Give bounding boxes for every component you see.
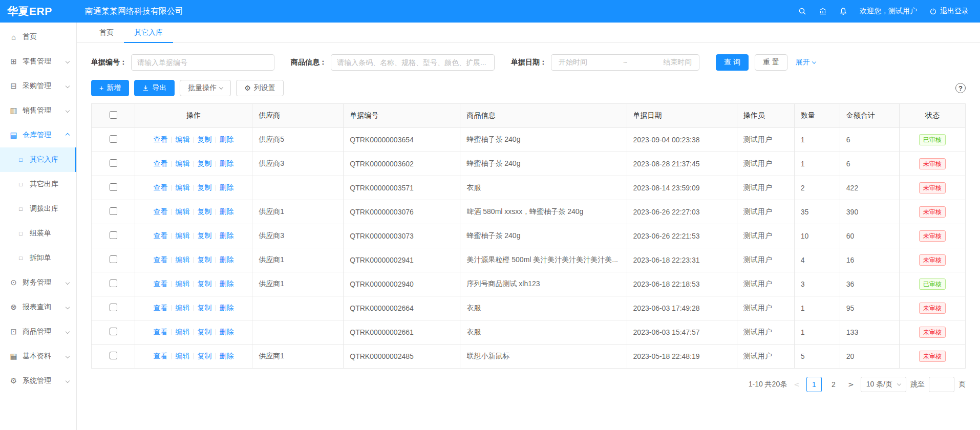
edit-link[interactable]: 编辑 — [176, 328, 190, 336]
edit-link[interactable]: 编辑 — [176, 159, 190, 167]
sidebar-subitem[interactable]: □组装单 — [0, 221, 76, 246]
copy-link[interactable]: 复制 — [198, 231, 212, 240]
row-checkbox[interactable] — [110, 280, 117, 287]
sidebar-item-system[interactable]: ⚙系统管理 — [0, 369, 76, 393]
page-size-select[interactable]: 10 条/页 — [861, 377, 906, 392]
supplier-cell — [252, 320, 344, 345]
view-link[interactable]: 查看 — [154, 207, 168, 216]
edit-link[interactable]: 编辑 — [176, 304, 190, 312]
sidebar-item-label: 首页 — [23, 32, 37, 41]
sidebar-subitem[interactable]: □拆卸单 — [0, 246, 76, 270]
export-button[interactable]: 导出 — [134, 80, 175, 96]
delete-link[interactable]: 删除 — [220, 231, 234, 240]
sidebar-item-retail[interactable]: ⊞零售管理 — [0, 49, 76, 74]
sidebar-item-finance[interactable]: ⊙财务管理 — [0, 270, 76, 295]
delete-link[interactable]: 删除 — [220, 352, 234, 360]
edit-link[interactable]: 编辑 — [176, 280, 190, 288]
page-button-1[interactable]: 1 — [806, 377, 822, 392]
reset-button[interactable]: 重 置 — [755, 54, 787, 71]
delete-link[interactable]: 删除 — [220, 304, 234, 312]
logout-button[interactable]: 退出登录 — [929, 7, 969, 16]
bell-icon[interactable] — [839, 7, 847, 15]
gear-icon: ⚙ — [244, 84, 251, 92]
delete-link[interactable]: 删除 — [220, 183, 234, 191]
copy-link[interactable]: 复制 — [198, 328, 212, 336]
view-link[interactable]: 查看 — [154, 328, 168, 336]
sidebar-item-basic[interactable]: ▦基本资料 — [0, 344, 76, 369]
edit-link[interactable]: 编辑 — [176, 207, 190, 216]
view-link[interactable]: 查看 — [154, 135, 168, 143]
tab-home[interactable]: 首页 — [89, 23, 124, 42]
delete-link[interactable]: 删除 — [220, 280, 234, 288]
table-row: 查看编辑复制删除供应商3QTRK00000003602蜂蜜柚子茶 240g202… — [92, 152, 966, 176]
amount-cell: 6 — [840, 128, 899, 152]
search-button[interactable]: 查 询 — [716, 54, 749, 71]
jump-page-input[interactable] — [929, 377, 954, 392]
next-page-button[interactable]: > — [845, 380, 857, 389]
row-checkbox[interactable] — [110, 135, 117, 143]
chevron-up-icon — [66, 133, 70, 137]
expand-link[interactable]: 展开 — [796, 58, 816, 67]
search-icon[interactable] — [798, 7, 806, 15]
view-link[interactable]: 查看 — [154, 280, 168, 288]
actions-cell: 查看编辑复制删除 — [135, 176, 252, 200]
copy-link[interactable]: 复制 — [198, 207, 212, 216]
copy-link[interactable]: 复制 — [198, 352, 212, 360]
copy-link[interactable]: 复制 — [198, 183, 212, 191]
row-checkbox[interactable] — [110, 304, 117, 311]
edit-link[interactable]: 编辑 — [176, 255, 190, 264]
sidebar-subitem[interactable]: □其它出库 — [0, 172, 76, 197]
view-link[interactable]: 查看 — [154, 352, 168, 360]
columns-label: 列设置 — [254, 83, 275, 93]
sidebar-item-purchase[interactable]: ⊟采购管理 — [0, 74, 76, 98]
copy-link[interactable]: 复制 — [198, 280, 212, 288]
bank-icon[interactable] — [819, 7, 827, 15]
sidebar-item-report[interactable]: ⊗报表查询 — [0, 295, 76, 319]
sidebar-subitem[interactable]: □调拨出库 — [0, 197, 76, 221]
edit-link[interactable]: 编辑 — [176, 231, 190, 240]
view-link[interactable]: 查看 — [154, 304, 168, 312]
header-amount: 金额合计 — [840, 104, 899, 128]
row-checkbox[interactable] — [110, 159, 117, 167]
copy-link[interactable]: 复制 — [198, 304, 212, 312]
batch-actions-button[interactable]: 批量操作 — [180, 80, 231, 96]
delete-link[interactable]: 删除 — [220, 207, 234, 216]
tab-other-storage-in[interactable]: 其它入库 — [124, 23, 173, 42]
prev-page-button[interactable]: < — [791, 380, 802, 389]
date-range-picker[interactable]: 开始时间 ~ 结束时间 — [551, 54, 699, 71]
divider — [172, 209, 172, 215]
delete-link[interactable]: 删除 — [220, 328, 234, 336]
row-checkbox[interactable] — [110, 183, 117, 191]
copy-link[interactable]: 复制 — [198, 135, 212, 143]
view-link[interactable]: 查看 — [154, 159, 168, 167]
sidebar-item-goods[interactable]: ⊡商品管理 — [0, 319, 76, 344]
row-checkbox[interactable] — [110, 207, 117, 215]
sidebar-subitem[interactable]: □其它入库 — [0, 147, 76, 172]
delete-link[interactable]: 删除 — [220, 159, 234, 167]
column-settings-button[interactable]: ⚙ 列设置 — [236, 80, 284, 96]
sidebar-item-home[interactable]: ⌂首页 — [0, 25, 76, 49]
view-link[interactable]: 查看 — [154, 255, 168, 264]
page-button-2[interactable]: 2 — [826, 377, 841, 392]
edit-link[interactable]: 编辑 — [176, 135, 190, 143]
sidebar-item-sales[interactable]: ▥销售管理 — [0, 98, 76, 123]
add-button[interactable]: + 新增 — [91, 80, 129, 96]
edit-link[interactable]: 编辑 — [176, 183, 190, 191]
delete-link[interactable]: 删除 — [220, 135, 234, 143]
row-checkbox[interactable] — [110, 255, 117, 263]
view-link[interactable]: 查看 — [154, 183, 168, 191]
select-all-checkbox[interactable] — [110, 111, 117, 119]
goods-info-input[interactable] — [331, 54, 495, 71]
view-link[interactable]: 查看 — [154, 231, 168, 240]
copy-link[interactable]: 复制 — [198, 255, 212, 264]
help-icon[interactable]: ? — [955, 83, 966, 93]
sidebar-item-warehouse[interactable]: ▤仓库管理 — [0, 123, 76, 147]
date-cell: 2023-08-28 21:37:45 — [627, 152, 737, 176]
row-checkbox[interactable] — [110, 231, 117, 239]
row-checkbox[interactable] — [110, 352, 117, 359]
bill-no-input[interactable] — [131, 54, 274, 71]
row-checkbox[interactable] — [110, 328, 117, 335]
edit-link[interactable]: 编辑 — [176, 352, 190, 360]
delete-link[interactable]: 删除 — [220, 255, 234, 264]
copy-link[interactable]: 复制 — [198, 159, 212, 167]
